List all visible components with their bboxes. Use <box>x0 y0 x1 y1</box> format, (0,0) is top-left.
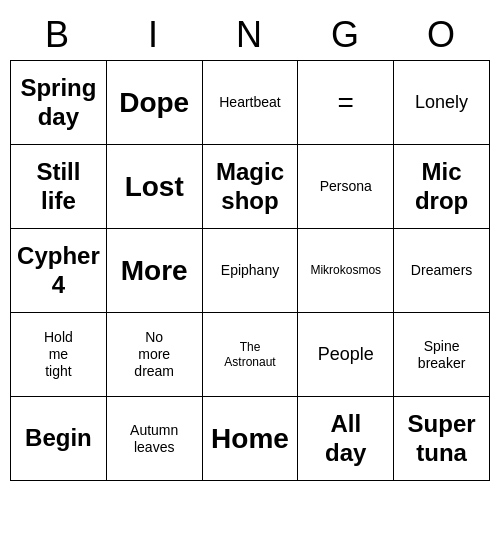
cell-label: More <box>121 254 188 288</box>
bingo-cell[interactable]: Begin <box>11 397 107 481</box>
bingo-header: BINGO <box>10 10 490 60</box>
cell-label: Begin <box>25 424 92 453</box>
cell-label: Springday <box>20 74 96 132</box>
cell-label: Lost <box>125 170 184 204</box>
bingo-cell[interactable]: TheAstronaut <box>203 313 299 397</box>
cell-label: Magicshop <box>216 158 284 216</box>
bingo-cell[interactable]: = <box>298 61 394 145</box>
cell-label: Heartbeat <box>219 94 280 111</box>
cell-label: Spinebreaker <box>418 338 465 372</box>
bingo-cell[interactable]: Springday <box>11 61 107 145</box>
bingo-cell[interactable]: Magicshop <box>203 145 299 229</box>
cell-label: Home <box>211 422 289 456</box>
bingo-cell[interactable]: Persona <box>298 145 394 229</box>
bingo-cell[interactable]: Spinebreaker <box>394 313 490 397</box>
bingo-grid: SpringdayDopeHeartbeat=LonelyStilllifeLo… <box>10 60 490 481</box>
bingo-cell[interactable]: Micdrop <box>394 145 490 229</box>
bingo-cell[interactable]: Epiphany <box>203 229 299 313</box>
bingo-cell[interactable]: Allday <box>298 397 394 481</box>
cell-label: Stilllife <box>36 158 80 216</box>
bingo-cell[interactable]: Dreamers <box>394 229 490 313</box>
cell-label: Mikrokosmos <box>310 263 381 277</box>
bingo-cell[interactable]: Holdmetight <box>11 313 107 397</box>
header-letter: G <box>298 10 394 60</box>
bingo-cell[interactable]: Nomoredream <box>107 313 203 397</box>
cell-label: Nomoredream <box>134 329 174 379</box>
bingo-cell[interactable]: Mikrokosmos <box>298 229 394 313</box>
cell-label: Cypher4 <box>17 242 100 300</box>
header-letter: I <box>106 10 202 60</box>
bingo-cell[interactable]: Supertuna <box>394 397 490 481</box>
bingo-cell[interactable]: Autumnleaves <box>107 397 203 481</box>
bingo-card: BINGO SpringdayDopeHeartbeat=LonelyStill… <box>10 10 490 481</box>
cell-label: Lonely <box>415 92 468 114</box>
cell-label: Dope <box>119 86 189 120</box>
cell-label: Micdrop <box>415 158 468 216</box>
bingo-cell[interactable]: Lonely <box>394 61 490 145</box>
cell-label: People <box>318 344 374 366</box>
header-letter: O <box>394 10 490 60</box>
cell-label: Persona <box>320 178 372 195</box>
bingo-cell[interactable]: Home <box>203 397 299 481</box>
cell-label: Epiphany <box>221 262 279 279</box>
bingo-cell[interactable]: Lost <box>107 145 203 229</box>
bingo-cell[interactable]: Stilllife <box>11 145 107 229</box>
cell-label: Supertuna <box>408 410 476 468</box>
cell-label: TheAstronaut <box>224 340 275 369</box>
header-letter: N <box>202 10 298 60</box>
bingo-cell[interactable]: People <box>298 313 394 397</box>
cell-label: Holdmetight <box>44 329 73 379</box>
bingo-cell[interactable]: Dope <box>107 61 203 145</box>
cell-label: Allday <box>325 410 366 468</box>
header-letter: B <box>10 10 106 60</box>
cell-label: Autumnleaves <box>130 422 178 456</box>
bingo-cell[interactable]: Heartbeat <box>203 61 299 145</box>
cell-label: Dreamers <box>411 262 472 279</box>
cell-label: = <box>338 86 354 120</box>
bingo-cell[interactable]: More <box>107 229 203 313</box>
bingo-cell[interactable]: Cypher4 <box>11 229 107 313</box>
